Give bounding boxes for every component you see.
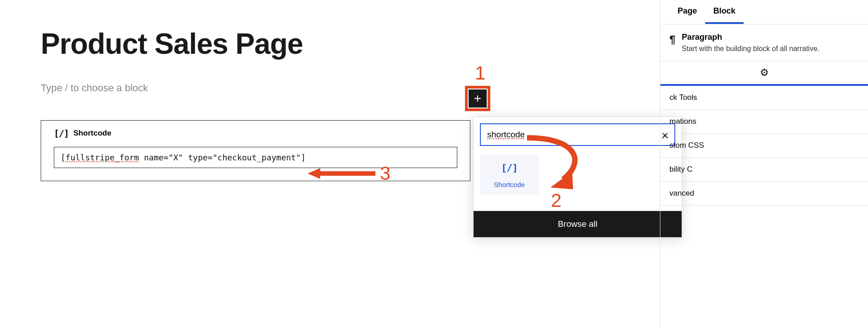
annotation-arrow-2	[509, 134, 590, 197]
sidebar-tabs: Page Block	[660, 0, 868, 24]
sidebar-section-block-tools[interactable]: ck Tools	[660, 86, 868, 110]
annotation-arrow-3	[308, 167, 375, 180]
shortcode-icon: [/]	[54, 128, 69, 139]
sidebar-section-vanced[interactable]: vanced	[660, 182, 868, 206]
tab-page[interactable]: Page	[669, 0, 705, 24]
block-info-description: Start with the building block of all nar…	[682, 45, 819, 53]
svg-marker-1	[308, 168, 320, 179]
svg-marker-2	[550, 171, 573, 189]
annotation-highlight-1: +	[465, 86, 490, 111]
sidebar-section-bility[interactable]: bility C	[660, 158, 868, 182]
gear-icon: ⚙	[760, 67, 769, 79]
sidebar-block-info: ¶ Paragraph Start with the building bloc…	[660, 24, 868, 61]
sidebar-settings-tab[interactable]: ⚙	[660, 61, 868, 86]
shortcode-block-label: Shortcode	[73, 129, 111, 138]
browse-all-button[interactable]: Browse all	[474, 211, 682, 237]
annotation-3: 3	[380, 163, 390, 184]
shortcode-input[interactable]: [fullstripe_form name="X" type="checkout…	[54, 147, 457, 168]
block-info-title: Paragraph	[682, 33, 819, 42]
sidebar-section-custom-css[interactable]: stom CSS	[660, 134, 868, 158]
annotation-1: 1	[475, 62, 485, 84]
shortcode-block-header: [/] Shortcode	[54, 128, 457, 139]
tab-block[interactable]: Block	[705, 0, 744, 24]
editor-canvas: Product Sales Page Type / to choose a bl…	[41, 27, 493, 181]
shortcode-block[interactable]: [/] Shortcode [fullstripe_form name="X" …	[41, 120, 470, 181]
sidebar-section-mations[interactable]: mations	[660, 110, 868, 134]
block-placeholder[interactable]: Type / to choose a block	[41, 82, 493, 94]
paragraph-icon: ¶	[669, 33, 675, 53]
page-title[interactable]: Product Sales Page	[41, 27, 493, 61]
settings-sidebar: Page Block ¶ Paragraph Start with the bu…	[660, 0, 868, 328]
add-block-button[interactable]: +	[469, 89, 487, 108]
